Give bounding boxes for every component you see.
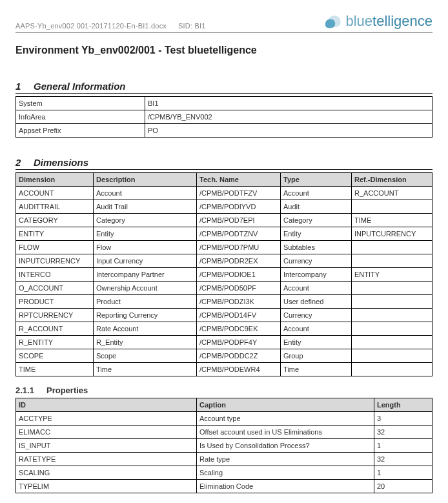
cell: Currency (281, 254, 352, 268)
table-row: RATETYPERate type32 (16, 453, 433, 466)
cell (352, 200, 433, 214)
cell: Entity (281, 336, 352, 349)
cell: /CPMB/PODTZNV (197, 227, 281, 241)
table-row: AUDITTRAILAudit Trail/CPMB/PODIYVDAudit (16, 200, 433, 214)
column-header: Ref.-Dimension (352, 173, 433, 187)
section-general-heading: 1General Information (15, 81, 433, 94)
table-row: ELIMACCOffset account used in US Elimina… (16, 426, 433, 439)
cell: TYPELIM (16, 480, 197, 493)
cell: SCOPE (16, 349, 94, 363)
divider (15, 32, 433, 33)
subsection-label: Properties (46, 385, 88, 395)
column-header: Description (94, 173, 197, 187)
cell: 1 (374, 466, 433, 480)
table-row: ACCOUNTAccount/CPMB/PODTFZVAccountR_ACCO… (16, 187, 433, 200)
cell: Offset account used in US Eliminations (197, 426, 374, 439)
table-row: FLOWFlow/CPMB/POD7PMUSubtables (16, 241, 433, 254)
subsection-number: 2.1.1 (15, 385, 46, 395)
cell: R_ACCOUNT (16, 322, 94, 336)
cell: Rate type (197, 453, 374, 466)
section-number: 2 (15, 157, 34, 168)
cell: ELIMACC (16, 426, 197, 439)
page-header: AAPS-Yb_env002 001-20171120-En-BI1.docxS… (15, 13, 433, 30)
properties-table: IDCaptionLength ACCTYPEAccount type3ELIM… (15, 398, 433, 493)
cell: TIME (16, 363, 94, 376)
cell-value: PO (145, 124, 433, 138)
table-row: TIMETime/CPMB/PODEWR4Time (16, 363, 433, 376)
cell (352, 336, 433, 349)
cell: ENTITY (16, 227, 94, 241)
column-header: Caption (197, 398, 374, 412)
cell: Input Currency (94, 254, 197, 268)
cell: INPUTCURRENCY (352, 227, 433, 241)
cell: User defined (281, 295, 352, 309)
cell: TIME (352, 214, 433, 227)
table-row: ENTITYEntity/CPMB/PODTZNVEntityINPUTCURR… (16, 227, 433, 241)
cell: FLOW (16, 241, 94, 254)
brand-text: bluetelligence (345, 13, 433, 30)
cell: /CPMB/PODDC2Z (197, 349, 281, 363)
table-row: O_ACCOUNTOwnership Account/CPMB/POD50PFA… (16, 282, 433, 295)
cell: Account (281, 322, 352, 336)
cell: Audit (281, 200, 352, 214)
cell (352, 254, 433, 268)
cell (352, 322, 433, 336)
cell: /CPMB/PODC9EK (197, 322, 281, 336)
cell: /CPMB/PODIOE1 (197, 268, 281, 282)
cell: RATETYPE (16, 453, 197, 466)
cell: INTERCO (16, 268, 94, 282)
cell: Intercompany Partner (94, 268, 197, 282)
column-header: Length (374, 398, 433, 412)
cell: 32 (374, 426, 433, 439)
cell: /CPMB/PODEWR4 (197, 363, 281, 376)
section-dimensions-heading: 2Dimensions (15, 157, 433, 170)
cell: Entity (94, 227, 197, 241)
cell (352, 349, 433, 363)
cell: AUDITTRAIL (16, 200, 94, 214)
cell: Entity (281, 227, 352, 241)
cell: R_Entity (94, 336, 197, 349)
cell: Account (281, 282, 352, 295)
section-label: Dimensions (34, 157, 88, 168)
cell-key: InfoArea (16, 110, 145, 124)
cell: Category (94, 214, 197, 227)
cell: Account (94, 187, 197, 200)
cell: Scope (94, 349, 197, 363)
cell: 32 (374, 453, 433, 466)
cell: R_ACCOUNT (352, 187, 433, 200)
cell: /CPMB/POD14FV (197, 309, 281, 322)
dimensions-table: DimensionDescriptionTech. NameTypeRef.-D… (15, 172, 433, 376)
cell: /CPMB/PODR2EX (197, 254, 281, 268)
subsection-properties-heading: 2.1.1Properties (15, 385, 433, 395)
table-row: PRODUCTProduct/CPMB/PODZI3KUser defined (16, 295, 433, 309)
cell: /CPMB/POD7PMU (197, 241, 281, 254)
doc-sid: SID: BI1 (178, 22, 206, 30)
general-info-table: SystemBI1InfoArea/CPMB/YB_ENV002Appset P… (15, 96, 433, 138)
cell: Category (281, 214, 352, 227)
cell: Account type (197, 412, 374, 426)
cell: /CPMB/POD50PF (197, 282, 281, 295)
cell: Subtables (281, 241, 352, 254)
cell: R_ENTITY (16, 336, 94, 349)
doc-meta: AAPS-Yb_env002 001-20171120-En-BI1.docxS… (15, 22, 206, 30)
table-row: INPUTCURRENCYInput Currency/CPMB/PODR2EX… (16, 254, 433, 268)
column-header: ID (16, 398, 197, 412)
cell: Product (94, 295, 197, 309)
cell: /CPMB/PODIYVD (197, 200, 281, 214)
cell: Intercompany (281, 268, 352, 282)
cell-value: BI1 (145, 97, 433, 110)
cell (352, 363, 433, 376)
cell: Audit Trail (94, 200, 197, 214)
table-row: Appset PrefixPO (16, 124, 433, 138)
table-row: R_ACCOUNTRate Account/CPMB/PODC9EKAccoun… (16, 322, 433, 336)
cell: Currency (281, 309, 352, 322)
droplet-icon (323, 14, 341, 29)
table-row: R_ENTITYR_Entity/CPMB/PODPF4YEntity (16, 336, 433, 349)
cell: Time (281, 363, 352, 376)
cell-value: /CPMB/YB_ENV002 (145, 110, 433, 124)
cell: /CPMB/PODTFZV (197, 187, 281, 200)
cell: /CPMB/PODZI3K (197, 295, 281, 309)
column-header: Type (281, 173, 352, 187)
cell (352, 295, 433, 309)
table-row: SystemBI1 (16, 97, 433, 110)
